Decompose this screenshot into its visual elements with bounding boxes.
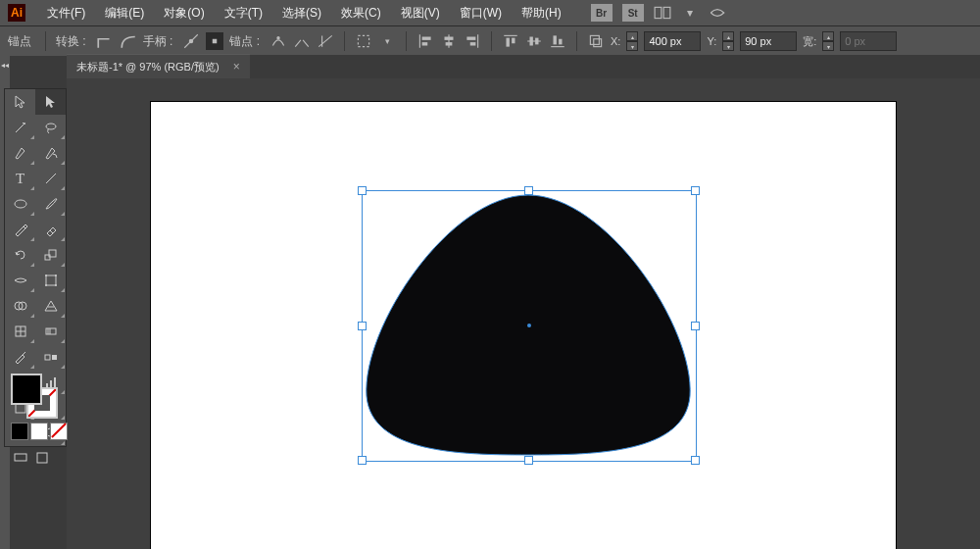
pencil-tool[interactable]: [5, 217, 35, 242]
menu-select[interactable]: 选择(S): [274, 5, 329, 22]
free-transform-tool[interactable]: [35, 268, 66, 293]
svg-rect-21: [535, 38, 538, 45]
selection-handle[interactable]: [691, 322, 700, 330]
expand-panel-icon[interactable]: ◂◂: [0, 59, 10, 71]
connect-anchor-icon[interactable]: [293, 32, 311, 50]
selection-handle[interactable]: [524, 186, 533, 195]
direct-selection-tool[interactable]: [35, 89, 66, 115]
eraser-tool[interactable]: [35, 217, 66, 242]
svg-point-27: [24, 123, 25, 125]
menu-file[interactable]: 文件(F): [39, 5, 93, 22]
align-center-h-icon[interactable]: [440, 32, 458, 50]
svg-point-36: [45, 284, 47, 286]
handle-hide-icon[interactable]: [206, 32, 223, 50]
y-label: Y:: [707, 35, 716, 47]
document-tab[interactable]: 未标题-1* @ 97% (RGB/预览) ×: [67, 54, 250, 78]
svg-rect-6: [358, 35, 368, 46]
selection-handle[interactable]: [358, 186, 367, 195]
close-tab-icon[interactable]: ×: [233, 60, 240, 74]
svg-rect-8: [422, 37, 431, 40]
svg-point-5: [276, 36, 279, 39]
svg-rect-12: [446, 42, 453, 45]
width-tool[interactable]: [5, 268, 35, 293]
align-left-icon[interactable]: [416, 32, 434, 50]
chevron-down-icon[interactable]: ▾: [378, 32, 396, 50]
perspective-tool[interactable]: [35, 293, 66, 319]
control-bar: 锚点 转换 : 手柄 : 锚点 : ▾ X: ▴▾ 400 px Y: ▴▾ 9…: [0, 25, 980, 56]
artboard[interactable]: [151, 102, 896, 549]
ellipse-tool[interactable]: [5, 191, 35, 217]
type-tool[interactable]: T: [5, 166, 35, 191]
lasso-tool[interactable]: [35, 115, 66, 140]
paintbrush-tool[interactable]: [35, 191, 66, 217]
align-center-v-icon[interactable]: [525, 32, 543, 50]
handle-show-icon[interactable]: [182, 32, 200, 50]
y-field[interactable]: 90 px: [740, 31, 797, 51]
bridge-button[interactable]: Br: [591, 4, 612, 22]
screen-mode-icon[interactable]: [11, 448, 30, 468]
align-right-icon[interactable]: [464, 32, 481, 50]
selection-handle[interactable]: [524, 456, 533, 465]
scale-tool[interactable]: [35, 242, 66, 268]
gradient-tool[interactable]: [35, 319, 66, 344]
none-mode-icon[interactable]: [50, 423, 68, 440]
w-stepper[interactable]: ▴▾: [822, 31, 834, 51]
pen-tool[interactable]: [5, 140, 35, 166]
menu-type[interactable]: 文字(T): [217, 5, 270, 22]
svg-point-28: [46, 124, 56, 129]
svg-rect-17: [507, 38, 510, 47]
x-stepper[interactable]: ▴▾: [626, 31, 638, 51]
align-bottom-icon[interactable]: [549, 32, 566, 50]
eyedropper-tool[interactable]: [5, 344, 35, 370]
handles-label: 手柄 :: [143, 33, 173, 50]
canvas[interactable]: [67, 78, 980, 549]
svg-rect-15: [470, 42, 476, 45]
document-tab-title: 未标题-1* @ 97% (RGB/预览): [76, 60, 220, 75]
shape-builder-tool[interactable]: [5, 293, 35, 319]
stock-button[interactable]: St: [622, 4, 644, 22]
cut-anchor-icon[interactable]: [317, 32, 334, 50]
menu-object[interactable]: 对象(O): [156, 5, 212, 22]
anchor2-label: 锚点 :: [229, 33, 260, 50]
convert-corner-icon[interactable]: [96, 32, 114, 50]
x-field[interactable]: 400 px: [644, 31, 701, 51]
svg-rect-33: [46, 275, 56, 285]
blend-tool[interactable]: [35, 344, 66, 370]
selection-handle[interactable]: [358, 322, 367, 330]
w-field[interactable]: 0 px: [840, 31, 897, 51]
x-label: X:: [611, 35, 620, 47]
gradient-mode-icon[interactable]: [30, 423, 48, 440]
svg-point-30: [15, 200, 26, 208]
line-tool[interactable]: [35, 166, 66, 191]
menu-view[interactable]: 视图(V): [393, 5, 448, 22]
selection-handle[interactable]: [691, 186, 700, 195]
center-point: [527, 324, 531, 327]
svg-rect-59: [37, 453, 47, 463]
remove-anchor-icon[interactable]: [270, 32, 287, 50]
menu-help[interactable]: 帮助(H): [514, 5, 569, 22]
mesh-tool[interactable]: [5, 319, 35, 344]
selection-handle[interactable]: [691, 456, 700, 465]
selection-tool[interactable]: [5, 89, 35, 115]
menu-edit[interactable]: 编辑(E): [97, 5, 152, 22]
svg-point-37: [55, 284, 57, 286]
arrange-docs-icon[interactable]: [654, 4, 671, 22]
isolate-icon[interactable]: [355, 32, 372, 50]
transform-icon[interactable]: [587, 32, 605, 50]
svg-rect-58: [15, 454, 26, 461]
align-top-icon[interactable]: [502, 32, 519, 50]
rotate-tool[interactable]: [5, 242, 35, 268]
draw-mode-icon[interactable]: [32, 448, 52, 468]
selection-handle[interactable]: [358, 456, 367, 465]
gpu-icon[interactable]: [709, 4, 726, 22]
fill-swatch[interactable]: [11, 374, 42, 405]
menu-window[interactable]: 窗口(W): [452, 5, 510, 22]
menu-effect[interactable]: 效果(C): [333, 5, 389, 22]
color-mode-icon[interactable]: [11, 423, 28, 440]
magic-wand-tool[interactable]: [5, 115, 35, 140]
convert-smooth-icon[interactable]: [120, 32, 137, 50]
svg-rect-9: [422, 42, 428, 45]
y-stepper[interactable]: ▴▾: [722, 31, 734, 51]
chevron-down-icon[interactable]: ▾: [681, 4, 699, 22]
curvature-tool[interactable]: [35, 140, 66, 166]
